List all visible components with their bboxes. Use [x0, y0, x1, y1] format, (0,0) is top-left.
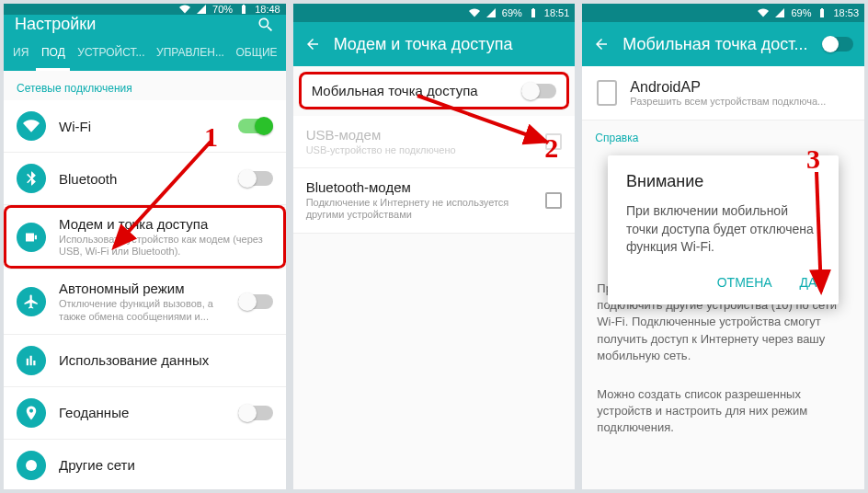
cell-signal-icon [774, 7, 785, 18]
screen-title: Настройки [15, 15, 244, 34]
screen-title: Мобильная точка дост... [622, 35, 809, 54]
status-bar: 69% 18:53 [582, 4, 864, 22]
arrow-2 [413, 91, 560, 155]
wifi-signal-icon [179, 4, 190, 15]
tab-2[interactable]: УСТРОЙСТ... [72, 34, 149, 71]
svg-line-2 [417, 96, 546, 142]
tab-0[interactable]: ИЯ [7, 34, 34, 71]
row-airplane-sub: Отключение функций вызовов, а также обме… [59, 298, 225, 322]
back-icon[interactable] [593, 36, 610, 52]
tab-4[interactable]: ОБЩИЕ [230, 34, 281, 71]
svg-point-0 [26, 460, 37, 471]
tab-bar: ИЯ ПОД УСТРОЙСТ... УПРАВЛЕН... ОБЩИЕ [4, 34, 286, 71]
status-time: 18:53 [833, 7, 859, 18]
row-airplane-label: Автономный режим [59, 281, 225, 296]
status-time: 18:48 [255, 4, 280, 15]
cell-signal-icon [196, 4, 207, 15]
wifi-icon [17, 111, 46, 141]
row-airplane[interactable]: Автономный режим Отключение функций вызо… [4, 269, 286, 334]
battery-pct: 70% [212, 4, 233, 15]
tether-icon [17, 223, 46, 252]
row-bt-modem-label: Bluetooth-модем [306, 179, 533, 195]
bluetooth-icon [17, 164, 46, 193]
app-bar: Настройки [4, 15, 286, 34]
row-data-usage[interactable]: Использование данных [4, 335, 286, 387]
tab-3[interactable]: УПРАВЛЕН... [151, 34, 228, 71]
row-data-usage-label: Использование данных [59, 352, 273, 368]
help-section: Справка [582, 120, 864, 150]
row-other-networks[interactable]: Другие сети [4, 440, 286, 489]
airplane-icon [17, 287, 46, 316]
bluetooth-switch[interactable] [238, 171, 273, 186]
search-icon[interactable] [257, 16, 275, 34]
tab-1[interactable]: ПОД [36, 34, 70, 71]
row-other-networks-label: Другие сети [59, 457, 273, 473]
app-bar: Модем и точка доступа [293, 22, 576, 66]
ap-name: AndroidAP [630, 79, 850, 96]
status-bar: 69% 18:51 [293, 4, 576, 22]
battery-pct: 69% [791, 7, 811, 18]
row-bt-modem[interactable]: Bluetooth-модем Подключение к Интернету … [293, 168, 576, 233]
status-bar: 70% 18:48 [4, 4, 286, 15]
arrow-3 [766, 167, 839, 305]
cell-signal-icon [485, 7, 497, 18]
row-bt-modem-sub: Подключение к Интернету не используется … [306, 197, 533, 221]
battery-icon [238, 4, 249, 15]
svg-line-3 [817, 172, 821, 292]
status-time: 18:51 [544, 7, 570, 18]
svg-line-1 [114, 142, 211, 247]
device-icon [597, 80, 617, 106]
screen-title: Модем и точка доступа [334, 35, 565, 54]
app-bar: Мобильная точка дост... [582, 22, 864, 66]
location-switch[interactable] [238, 406, 273, 420]
data-usage-icon [17, 346, 46, 375]
section-network: Сетевые подключения [4, 71, 286, 100]
marker-1: 1 [204, 121, 218, 153]
bt-checkbox[interactable] [545, 192, 562, 209]
ap-sub: Разрешить всем устройствам подключа... [630, 96, 850, 107]
screen-tethering: 69% 18:51 Модем и точка доступа Мобильна… [293, 4, 576, 489]
battery-icon [528, 7, 539, 18]
row-location[interactable]: Геоданные [4, 387, 286, 440]
wifi-signal-icon [758, 7, 769, 18]
marker-2: 2 [544, 132, 558, 164]
row-androidap[interactable]: AndroidAP Разрешить всем устройствам под… [582, 66, 864, 120]
wifi-signal-icon [469, 7, 480, 18]
battery-icon [817, 7, 828, 18]
wifi-switch[interactable] [238, 119, 273, 133]
master-switch[interactable] [822, 37, 853, 52]
row-location-label: Геоданные [59, 405, 225, 420]
location-icon [17, 398, 46, 428]
row-wifi-label: Wi-Fi [59, 119, 225, 134]
screen-settings: 70% 18:48 Настройки ИЯ ПОД УСТРОЙСТ... У… [4, 4, 286, 489]
screen-hotspot: 69% 18:53 Мобильная точка дост... Androi… [582, 4, 864, 489]
airplane-switch[interactable] [238, 294, 273, 309]
battery-pct: 69% [502, 7, 522, 18]
back-icon[interactable] [304, 36, 321, 52]
network-icon [17, 451, 46, 480]
arrow-1 [100, 137, 220, 261]
